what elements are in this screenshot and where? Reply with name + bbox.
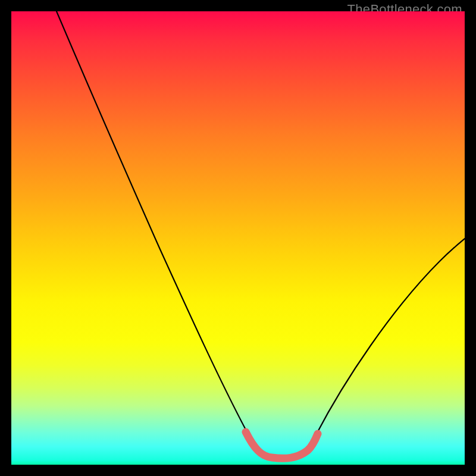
highlight-layer <box>11 11 465 465</box>
highlight-flat-segment <box>246 432 318 458</box>
plot-area <box>11 11 465 465</box>
chart-stage: TheBottleneck.com <box>0 0 476 476</box>
